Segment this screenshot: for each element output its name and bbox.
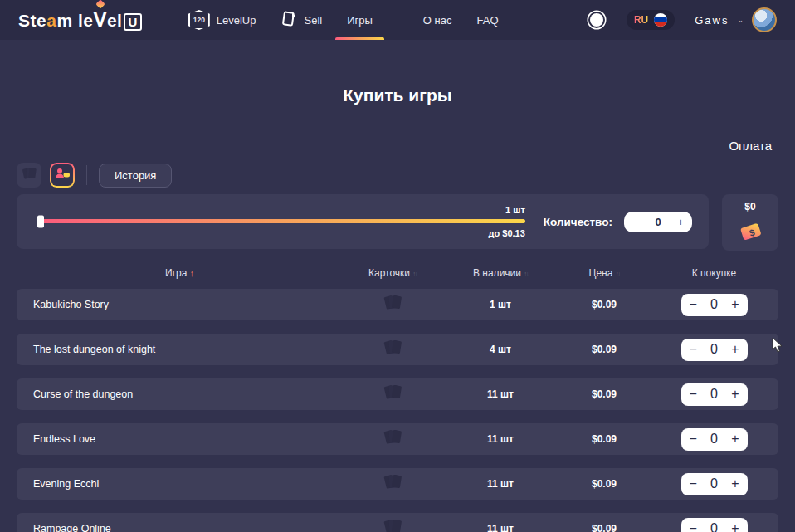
cards-icon bbox=[382, 427, 403, 451]
row-quantity-decrease-button[interactable]: − bbox=[690, 476, 697, 491]
table-row: Endless Love 11 шт $0.09 − 0 + bbox=[17, 423, 778, 455]
slider-max-count-label: 1 шт bbox=[38, 205, 525, 215]
table-row: Evening Ecchi 11 шт $0.09 − 0 + bbox=[17, 468, 778, 500]
page-title: Купить игры bbox=[17, 85, 778, 105]
nav-faq-label: FAQ bbox=[476, 14, 498, 27]
slider-handle[interactable] bbox=[37, 215, 44, 227]
slider-track[interactable] bbox=[38, 219, 525, 223]
nav-about[interactable]: О нас bbox=[423, 0, 452, 40]
row-quantity-stepper: − 0 + bbox=[681, 428, 748, 451]
row-quantity-value[interactable]: 0 bbox=[710, 432, 718, 447]
row-quantity-decrease-button[interactable]: − bbox=[690, 342, 697, 357]
cards-icon bbox=[382, 517, 403, 532]
cards-cell bbox=[343, 293, 442, 316]
stock-count: 11 шт bbox=[442, 523, 558, 532]
row-quantity-stepper: − 0 + bbox=[681, 339, 748, 361]
row-quantity-decrease-button[interactable]: − bbox=[690, 297, 697, 312]
row-quantity-decrease-button[interactable]: − bbox=[690, 521, 697, 532]
row-quantity-value[interactable]: 0 bbox=[710, 342, 718, 357]
table-row: Curse of the dungeon 11 шт $0.09 − 0 + bbox=[17, 378, 778, 410]
game-title: Rampage Online bbox=[17, 523, 343, 532]
row-quantity-increase-button[interactable]: + bbox=[731, 297, 739, 312]
sort-icons[interactable]: ↑↓ bbox=[615, 270, 619, 278]
quantity-label: Количество: bbox=[544, 216, 612, 228]
payment-total-box[interactable]: $0 $ bbox=[722, 194, 778, 251]
username: Gaws bbox=[695, 14, 729, 27]
column-header-price[interactable]: Цена↑↓ bbox=[558, 267, 650, 279]
logo-text: Ste bbox=[18, 11, 46, 31]
column-header-game[interactable]: Игра↑ bbox=[17, 267, 343, 279]
row-quantity-value[interactable]: 0 bbox=[710, 476, 718, 491]
quantity-increase-button[interactable]: + bbox=[677, 217, 684, 227]
price: $0.09 bbox=[558, 478, 650, 490]
sort-icons[interactable]: ↑↓ bbox=[412, 270, 417, 278]
cards-icon bbox=[22, 167, 37, 183]
row-quantity-value[interactable]: 0 bbox=[710, 521, 718, 532]
cards-icon bbox=[382, 383, 403, 406]
badge-120-icon: 120 bbox=[188, 10, 210, 30]
buy-cell: − 0 + bbox=[650, 518, 778, 532]
nav-games-active[interactable]: Игры bbox=[347, 0, 373, 40]
logo-a-accent: a bbox=[46, 11, 56, 31]
column-header-buy: К покупке bbox=[650, 267, 778, 279]
row-quantity-increase-button[interactable]: + bbox=[731, 476, 739, 491]
quantity-decrease-button[interactable]: − bbox=[632, 217, 639, 227]
stock-count: 11 шт bbox=[442, 433, 558, 445]
price: $0.09 bbox=[558, 344, 650, 355]
row-quantity-increase-button[interactable]: + bbox=[731, 432, 739, 447]
cards-icon bbox=[382, 293, 403, 316]
table-row: Rampage Online 11 шт $0.09 − 0 + bbox=[17, 513, 778, 532]
user-menu[interactable]: Gaws ⌄ bbox=[695, 7, 777, 32]
price: $0.09 bbox=[558, 388, 650, 400]
row-quantity-value[interactable]: 0 bbox=[710, 297, 718, 312]
theme-toggle-circle[interactable] bbox=[590, 13, 603, 27]
money-ticket-icon: $ bbox=[736, 221, 764, 249]
sort-icons[interactable]: ↑↓ bbox=[524, 270, 528, 278]
chevron-down-icon: ⌄ bbox=[737, 16, 744, 24]
cards-cell bbox=[343, 517, 442, 532]
filter-row: 1 шт до $0.13 Количество: − 0 + $0 bbox=[17, 194, 778, 251]
cards-icon bbox=[382, 472, 403, 495]
column-header-stock[interactable]: В наличии↑↓ bbox=[442, 267, 558, 279]
nav-games-label: Игры bbox=[347, 14, 373, 27]
tab-cards-view[interactable] bbox=[17, 163, 41, 188]
logo-u-card: U bbox=[124, 13, 141, 31]
stock-count: 4 шт bbox=[442, 344, 558, 355]
logo-v-badge: V bbox=[93, 8, 107, 32]
history-button[interactable]: История bbox=[99, 164, 172, 188]
stock-count: 11 шт bbox=[442, 388, 558, 400]
nav-sell[interactable]: Sell bbox=[280, 0, 322, 40]
cards-cell bbox=[343, 427, 442, 451]
cards-cell bbox=[343, 338, 442, 361]
nav-faq[interactable]: FAQ bbox=[476, 0, 498, 40]
table-row: Kabukicho Story 1 шт $0.09 − 0 + bbox=[17, 289, 778, 320]
row-quantity-increase-button[interactable]: + bbox=[731, 387, 739, 402]
row-quantity-value[interactable]: 0 bbox=[710, 387, 718, 402]
view-tabs: История bbox=[17, 163, 778, 188]
row-quantity-stepper: − 0 + bbox=[681, 518, 748, 532]
header: Steam leVelU 120 LevelUp Sell Игры О нас… bbox=[0, 0, 795, 40]
cards-icon bbox=[382, 338, 403, 361]
column-header-cards[interactable]: Карточки↑↓ bbox=[343, 267, 442, 279]
quantity-value[interactable]: 0 bbox=[655, 216, 661, 228]
site-logo[interactable]: Steam leVelU bbox=[18, 8, 142, 32]
row-quantity-increase-button[interactable]: + bbox=[731, 342, 739, 357]
quantity-controls: Количество: − 0 + bbox=[544, 212, 692, 232]
games-table-rows: Kabukicho Story 1 шт $0.09 − 0 + bbox=[17, 289, 778, 532]
language-selector[interactable]: RU bbox=[627, 10, 675, 30]
buy-cell: − 0 + bbox=[650, 294, 778, 316]
row-quantity-increase-button[interactable]: + bbox=[731, 521, 739, 532]
sort-ascending-icon[interactable]: ↑ bbox=[189, 268, 194, 278]
tab-users-view-active[interactable] bbox=[50, 163, 75, 188]
row-quantity-stepper: − 0 + bbox=[681, 473, 748, 495]
slider-max-price-label: до $0.13 bbox=[38, 228, 525, 238]
russia-flag-icon bbox=[654, 13, 667, 27]
games-table-header: Игра↑ Карточки↑↓ В наличии↑↓ Цена↑↓ К по… bbox=[17, 262, 778, 284]
row-quantity-decrease-button[interactable]: − bbox=[690, 432, 697, 447]
user-gamepad-icon bbox=[54, 167, 71, 183]
quantity-stepper: − 0 + bbox=[624, 212, 692, 232]
row-quantity-decrease-button[interactable]: − bbox=[690, 387, 697, 402]
nav-levelup[interactable]: 120 LevelUp bbox=[188, 0, 256, 40]
game-title: Curse of the dungeon bbox=[17, 388, 343, 400]
game-title: Evening Ecchi bbox=[17, 478, 343, 490]
